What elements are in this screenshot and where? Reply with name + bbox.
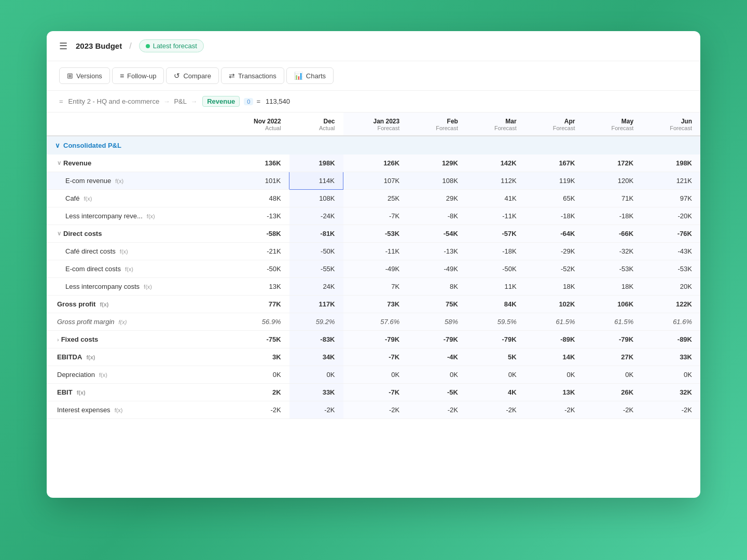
cell-cafe-direct-col3[interactable]: -13K bbox=[408, 243, 466, 260]
cell-ecom-rev-col7[interactable]: 121K bbox=[642, 172, 700, 190]
table-row[interactable]: Interest expensesf(x)-2K-2K-2K-2K-2K-2K-… bbox=[47, 401, 700, 419]
cell-depreciation-col2[interactable]: 0K bbox=[343, 366, 408, 384]
cell-cafe-direct-col7[interactable]: -43K bbox=[642, 243, 700, 260]
cell-cafe-direct-col6[interactable]: -32K bbox=[583, 243, 642, 260]
cell-interest-col6[interactable]: -2K bbox=[583, 401, 642, 419]
cell-ecom-rev-col2[interactable]: 107K bbox=[343, 172, 408, 190]
cell-less-interco-rev-col7[interactable]: -20K bbox=[642, 207, 700, 225]
table-row[interactable]: ›Fixed costs-75K-83K-79K-79K-79K-89K-79K… bbox=[47, 331, 700, 348]
cell-ecom-direct-col5[interactable]: -52K bbox=[525, 260, 584, 278]
cell-cafe-col2[interactable]: 25K bbox=[343, 190, 408, 207]
table-row[interactable]: ∨Direct costs-58K-81K-53K-54K-57K-64K-66… bbox=[47, 225, 700, 243]
cell-ebitda-col6[interactable]: 27K bbox=[583, 348, 642, 366]
toggle-icon[interactable]: ∨ bbox=[57, 230, 61, 237]
cell-cafe-col5[interactable]: 65K bbox=[525, 190, 584, 207]
cell-cafe-col3[interactable]: 29K bbox=[408, 190, 466, 207]
cell-fixed-costs-col4[interactable]: -79K bbox=[466, 331, 525, 348]
cell-fixed-costs-col6[interactable]: -79K bbox=[583, 331, 642, 348]
toggle-icon[interactable]: › bbox=[57, 337, 59, 343]
cell-less-interco-costs-col7[interactable]: 20K bbox=[642, 278, 700, 296]
table-row[interactable]: EBITDAf(x)3K34K-7K-4K5K14K27K33K bbox=[47, 348, 700, 366]
cell-ecom-rev-col4[interactable]: 112K bbox=[466, 172, 525, 190]
cell-ebitda-col5[interactable]: 14K bbox=[525, 348, 584, 366]
cell-gross-margin-col5[interactable]: 61.5% bbox=[525, 313, 584, 331]
tab-transactions[interactable]: ⇄ Transactions bbox=[221, 67, 284, 84]
cell-ebit-col2[interactable]: -7K bbox=[343, 384, 408, 401]
cell-less-interco-costs-col3[interactable]: 8K bbox=[408, 278, 466, 296]
cell-interest-col7[interactable]: -2K bbox=[642, 401, 700, 419]
cell-direct-costs-col7[interactable]: -76K bbox=[642, 225, 700, 243]
cell-ecom-direct-col6[interactable]: -53K bbox=[583, 260, 642, 278]
cell-less-interco-costs-col2[interactable]: 7K bbox=[343, 278, 408, 296]
table-row[interactable]: Caféf(x)48K108K25K29K41K65K71K97K bbox=[47, 190, 700, 207]
cell-ecom-direct-col7[interactable]: -53K bbox=[642, 260, 700, 278]
cell-fixed-costs-col7[interactable]: -89K bbox=[642, 331, 700, 348]
cell-direct-costs-col2[interactable]: -53K bbox=[343, 225, 408, 243]
cell-ebit-col5[interactable]: 13K bbox=[525, 384, 584, 401]
cell-ebitda-col4[interactable]: 5K bbox=[466, 348, 525, 366]
cell-less-interco-rev-col2[interactable]: -7K bbox=[343, 207, 408, 225]
cell-fixed-costs-col5[interactable]: -89K bbox=[525, 331, 584, 348]
cell-ecom-rev-col6[interactable]: 120K bbox=[583, 172, 642, 190]
cell-less-interco-rev-col4[interactable]: -11K bbox=[466, 207, 525, 225]
tab-versions[interactable]: ⊞ Versions bbox=[59, 67, 110, 84]
cell-ecom-direct-col2[interactable]: -49K bbox=[343, 260, 408, 278]
section-toggle[interactable]: ∨ Consolidated P&L bbox=[55, 142, 121, 149]
cell-less-interco-costs-col5[interactable]: 18K bbox=[525, 278, 584, 296]
table-row[interactable]: E-com revenuef(x)101K114K107K108K112K119… bbox=[47, 172, 700, 190]
menu-icon[interactable]: ☰ bbox=[59, 40, 67, 52]
cell-gross-profit-col7[interactable]: 122K bbox=[642, 296, 700, 313]
table-row[interactable]: Café direct costsf(x)-21K-50K-11K-13K-18… bbox=[47, 243, 700, 260]
cell-ebit-col6[interactable]: 26K bbox=[583, 384, 642, 401]
cell-less-interco-rev-col5[interactable]: -18K bbox=[525, 207, 584, 225]
cell-interest-col5[interactable]: -2K bbox=[525, 401, 584, 419]
cell-cafe-direct-col5[interactable]: -29K bbox=[525, 243, 584, 260]
cell-fixed-costs-col2[interactable]: -79K bbox=[343, 331, 408, 348]
cell-gross-margin-col3[interactable]: 58% bbox=[408, 313, 466, 331]
table-row[interactable]: Gross profit marginf(x)56.9%59.2%57.6%58… bbox=[47, 313, 700, 331]
cell-less-interco-rev-col3[interactable]: -8K bbox=[408, 207, 466, 225]
cell-interest-col3[interactable]: -2K bbox=[408, 401, 466, 419]
cell-interest-col4[interactable]: -2K bbox=[466, 401, 525, 419]
cell-ecom-direct-col3[interactable]: -49K bbox=[408, 260, 466, 278]
cell-ecom-rev-col5[interactable]: 119K bbox=[525, 172, 584, 190]
cell-revenue-col6[interactable]: 172K bbox=[583, 155, 642, 172]
table-row[interactable]: Less intercompany reve...f(x)-13K-24K-7K… bbox=[47, 207, 700, 225]
cell-gross-profit-col3[interactable]: 75K bbox=[408, 296, 466, 313]
forecast-badge[interactable]: Latest forecast bbox=[139, 39, 204, 52]
cell-direct-costs-col4[interactable]: -57K bbox=[466, 225, 525, 243]
toggle-icon[interactable]: ∨ bbox=[57, 160, 61, 166]
cell-depreciation-col5[interactable]: 0K bbox=[525, 366, 584, 384]
cell-ebitda-col2[interactable]: -7K bbox=[343, 348, 408, 366]
cell-ebitda-col3[interactable]: -4K bbox=[408, 348, 466, 366]
tab-charts[interactable]: 📊 Charts bbox=[286, 67, 334, 84]
cell-gross-profit-col2[interactable]: 73K bbox=[343, 296, 408, 313]
cell-less-interco-costs-col4[interactable]: 11K bbox=[466, 278, 525, 296]
cell-revenue-col3[interactable]: 129K bbox=[408, 155, 466, 172]
cell-gross-margin-col2[interactable]: 57.6% bbox=[343, 313, 408, 331]
cell-gross-profit-col4[interactable]: 84K bbox=[466, 296, 525, 313]
table-row[interactable]: EBITf(x)2K33K-7K-5K4K13K26K32K bbox=[47, 384, 700, 401]
cell-gross-margin-col7[interactable]: 61.6% bbox=[642, 313, 700, 331]
cell-cafe-col7[interactable]: 97K bbox=[642, 190, 700, 207]
cell-ecom-direct-col4[interactable]: -50K bbox=[466, 260, 525, 278]
cell-revenue-col4[interactable]: 142K bbox=[466, 155, 525, 172]
cell-fixed-costs-col3[interactable]: -79K bbox=[408, 331, 466, 348]
cell-gross-profit-col6[interactable]: 106K bbox=[583, 296, 642, 313]
cell-direct-costs-col5[interactable]: -64K bbox=[525, 225, 584, 243]
cell-direct-costs-col3[interactable]: -54K bbox=[408, 225, 466, 243]
cell-depreciation-col6[interactable]: 0K bbox=[583, 366, 642, 384]
cell-ecom-rev-col3[interactable]: 108K bbox=[408, 172, 466, 190]
table-row[interactable]: Less intercompany costsf(x)13K24K7K8K11K… bbox=[47, 278, 700, 296]
cell-less-interco-rev-col6[interactable]: -18K bbox=[583, 207, 642, 225]
cell-ebit-col3[interactable]: -5K bbox=[408, 384, 466, 401]
cell-depreciation-col3[interactable]: 0K bbox=[408, 366, 466, 384]
cell-depreciation-col4[interactable]: 0K bbox=[466, 366, 525, 384]
table-row[interactable]: ∨Revenue136K198K126K129K142K167K172K198K bbox=[47, 155, 700, 172]
cell-ebitda-col7[interactable]: 33K bbox=[642, 348, 700, 366]
cell-revenue-col2[interactable]: 126K bbox=[343, 155, 408, 172]
cell-revenue-col7[interactable]: 198K bbox=[642, 155, 700, 172]
cell-cafe-col4[interactable]: 41K bbox=[466, 190, 525, 207]
table-row[interactable]: Depreciationf(x)0K0K0K0K0K0K0K0K bbox=[47, 366, 700, 384]
cell-interest-col2[interactable]: -2K bbox=[343, 401, 408, 419]
